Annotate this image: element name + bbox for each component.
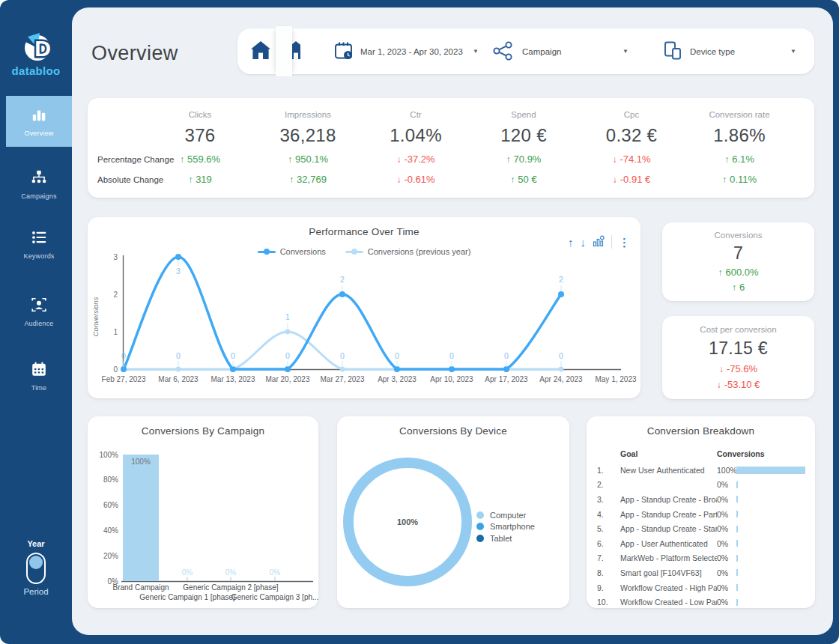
up-arrow-icon: ↑ xyxy=(722,174,727,185)
conversions-card: Conversions7↑600.0%↑6 xyxy=(662,222,814,301)
up-arrow-icon: ↑ xyxy=(288,154,292,165)
metric-value: 1.86% xyxy=(685,122,793,149)
row-bar xyxy=(736,496,738,502)
row-goal: Workflow Created - High Pa... xyxy=(620,583,717,592)
legend-dot xyxy=(476,511,484,519)
metric-absolute-change: ↓-0.91 € xyxy=(578,169,685,189)
row-goal: App - Standup Create - Broa... xyxy=(620,495,717,504)
table-row: 3.App - Standup Create - Broa...0% xyxy=(592,492,809,507)
device-filter-caret-icon[interactable]: ▼ xyxy=(790,28,796,74)
sidebar-item-label: Campaigns xyxy=(21,192,56,200)
table-row: 7.MarkWeb - Platform Selected0% xyxy=(592,551,809,566)
metric-percentage-change: ↑6.1% xyxy=(685,149,793,169)
down-arrow-icon: ↓ xyxy=(396,174,401,185)
svg-text:0: 0 xyxy=(559,351,563,360)
up-arrow-icon: ↑ xyxy=(724,154,729,165)
date-range-value[interactable]: Mar 1, 2023 - Apr 30, 2023 xyxy=(360,28,463,74)
svg-text:1: 1 xyxy=(285,312,290,321)
row-bar-track xyxy=(736,584,809,591)
row-goal: App - Standup Create - Parti... xyxy=(620,510,717,519)
row-bar-track xyxy=(736,569,809,576)
breakdown-table: GoalConversions1.New User Authenticated1… xyxy=(592,445,809,610)
donut-legend: ComputerSmartphoneTablet xyxy=(476,509,535,544)
svg-text:0: 0 xyxy=(395,351,399,360)
legend-dot xyxy=(476,535,484,542)
sidebar-item-campaigns[interactable]: Campaigns xyxy=(6,163,72,205)
date-range-caret-icon[interactable]: ▼ xyxy=(473,28,479,74)
table-row: 5.App - Standup Create - Start...0% xyxy=(592,521,809,536)
svg-text:0: 0 xyxy=(504,351,509,360)
up-arrow-icon: ↑ xyxy=(510,174,515,185)
sidebar-item-audience[interactable]: Audience xyxy=(6,291,72,332)
sort-descending-icon[interactable]: ↓ xyxy=(581,237,587,248)
down-arrow-icon: ↓ xyxy=(613,174,617,185)
more-options-icon[interactable]: ⋮ xyxy=(619,237,630,248)
row-percentage: 0% xyxy=(717,480,736,489)
row-goal: Workflow Created - Low Par... xyxy=(620,598,717,607)
table-row: 1.New User Authenticated100% xyxy=(592,463,809,478)
metric-value: 120 € xyxy=(470,122,578,149)
metric-label: Conversion rate xyxy=(685,107,793,122)
sidebar-item-label: Audience xyxy=(24,320,53,327)
svg-text:100%: 100% xyxy=(99,451,118,459)
svg-text:Apr 24, 2023: Apr 24, 2023 xyxy=(539,375,583,383)
row-bar-track xyxy=(736,540,809,547)
home-button[interactable] xyxy=(249,39,272,63)
page-title: Overview xyxy=(91,42,178,65)
row-number: 7. xyxy=(592,553,620,562)
svg-text:0: 0 xyxy=(340,351,345,360)
campaign-filter-value[interactable]: Campaign xyxy=(522,28,561,74)
sidebar-item-time[interactable]: Time xyxy=(6,355,72,397)
svg-text:2: 2 xyxy=(340,275,345,284)
svg-text:0%: 0% xyxy=(182,568,193,577)
svg-text:0: 0 xyxy=(113,365,118,374)
sort-ascending-icon[interactable]: ↑ xyxy=(568,237,574,248)
spacer xyxy=(88,122,146,149)
row-percentage: 0% xyxy=(717,568,736,577)
metric-absolute-change: ↓-0.61% xyxy=(362,169,470,189)
legend-dot xyxy=(476,523,484,530)
table-row: 8.Smart goal [F104VF63]0% xyxy=(592,565,809,580)
campaign-filter-caret-icon[interactable]: ▼ xyxy=(623,28,629,74)
card-label: Conversions xyxy=(715,231,763,240)
metric-label: Ctr xyxy=(362,107,470,122)
table-header-row: GoalConversions xyxy=(592,445,809,463)
row-bar xyxy=(736,584,738,591)
metric-percentage-change: ↑950.1% xyxy=(254,149,362,169)
svg-text:20%: 20% xyxy=(103,552,118,560)
legend-item-tablet: Tablet xyxy=(476,532,535,544)
row-number: 9. xyxy=(592,583,620,592)
table-title: Conversion Breakdown xyxy=(587,425,815,437)
legend-item-computer: Computer xyxy=(476,509,535,521)
toggle-label-period: Period xyxy=(0,587,72,596)
row-goal: App - User Authenticated xyxy=(620,539,717,548)
row-goal: Smart goal [F104VF63] xyxy=(620,568,717,577)
row-goal: New User Authenticated xyxy=(620,466,717,475)
toggle-label-year: Year xyxy=(0,539,72,548)
row-bar xyxy=(736,555,738,562)
sidebar-item-keywords[interactable]: Keywords xyxy=(6,223,72,265)
device-filter-value[interactable]: Device type xyxy=(690,28,735,74)
up-arrow-icon: ↑ xyxy=(188,174,193,185)
svg-text:0: 0 xyxy=(176,351,181,360)
svg-text:0: 0 xyxy=(121,351,126,360)
svg-text:3: 3 xyxy=(113,253,118,261)
metric-absolute-change: ↑32,769 xyxy=(254,169,362,189)
card-absolute-change: ↑6 xyxy=(732,282,745,293)
conversion-breakdown-card: Conversion Breakdown GoalConversions1.Ne… xyxy=(587,416,815,608)
row-bar-track xyxy=(736,482,809,488)
spacer xyxy=(88,107,146,122)
up-arrow-icon: ↑ xyxy=(718,267,722,278)
person-frame-icon xyxy=(31,297,47,316)
down-arrow-icon: ↓ xyxy=(719,364,724,374)
row-number: 1. xyxy=(592,466,620,475)
sidebar-item-overview[interactable]: Overview xyxy=(6,96,72,147)
share-nodes-icon xyxy=(492,40,513,61)
row-label-absolute-change: Absolute Change xyxy=(88,169,146,189)
row-bar xyxy=(736,482,738,488)
year-period-toggle[interactable] xyxy=(26,553,46,584)
row-bar xyxy=(736,599,738,606)
up-arrow-icon: ↑ xyxy=(289,174,294,185)
svg-text:2: 2 xyxy=(113,291,118,299)
card-percentage-change: ↑600.0% xyxy=(718,267,758,278)
